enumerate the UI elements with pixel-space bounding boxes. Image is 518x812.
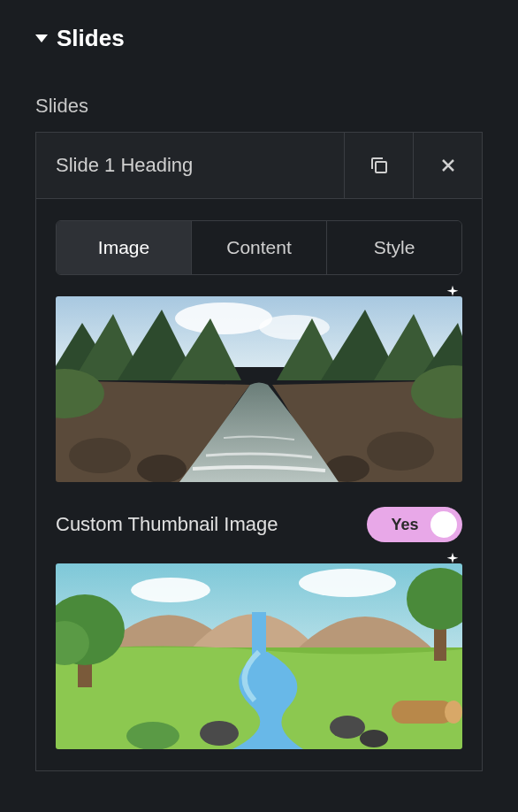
main-image-preview[interactable] xyxy=(56,296,462,482)
svg-point-36 xyxy=(360,730,388,747)
svg-point-15 xyxy=(137,455,187,482)
close-icon xyxy=(438,155,459,176)
slide-card: Slide 1 Heading Image Content Style xyxy=(35,132,483,771)
duplicate-button[interactable] xyxy=(344,133,413,198)
duplicate-icon xyxy=(369,155,390,176)
svg-rect-26 xyxy=(252,612,266,656)
slide-header: Slide 1 Heading xyxy=(36,133,482,199)
collapse-triangle-icon xyxy=(35,34,48,42)
slide-heading-input[interactable]: Slide 1 Heading xyxy=(36,133,344,198)
panel-header[interactable]: Slides xyxy=(35,25,483,52)
svg-point-14 xyxy=(69,438,131,473)
thumbnail-image-preview[interactable] xyxy=(56,563,462,749)
custom-thumbnail-label: Custom Thumbnail Image xyxy=(56,513,278,536)
svg-point-4 xyxy=(175,303,272,334)
toggle-yes-label: Yes xyxy=(372,516,430,534)
slide-tabs: Image Content Style xyxy=(56,220,462,275)
svg-rect-0 xyxy=(376,162,386,172)
forest-river-image xyxy=(56,296,462,482)
svg-point-35 xyxy=(330,716,365,739)
svg-point-23 xyxy=(131,578,210,602)
svg-rect-32 xyxy=(392,701,453,724)
section-label: Slides xyxy=(35,95,483,118)
panel-title: Slides xyxy=(57,25,125,52)
main-image-wrap xyxy=(56,296,462,482)
tab-image[interactable]: Image xyxy=(57,221,191,274)
cartoon-river-image xyxy=(56,563,462,749)
slide-body: Image Content Style xyxy=(36,199,482,770)
svg-point-37 xyxy=(126,722,179,749)
remove-button[interactable] xyxy=(413,133,482,198)
svg-point-24 xyxy=(299,569,396,597)
tab-style[interactable]: Style xyxy=(326,221,461,274)
svg-point-34 xyxy=(200,721,239,746)
custom-thumbnail-toggle[interactable]: Yes xyxy=(367,507,462,542)
toggle-knob xyxy=(430,511,457,538)
tab-content[interactable]: Content xyxy=(191,221,326,274)
custom-thumbnail-row: Custom Thumbnail Image Yes xyxy=(56,507,462,542)
thumbnail-image-wrap xyxy=(56,563,462,749)
svg-point-16 xyxy=(367,432,434,471)
svg-point-33 xyxy=(445,701,462,724)
